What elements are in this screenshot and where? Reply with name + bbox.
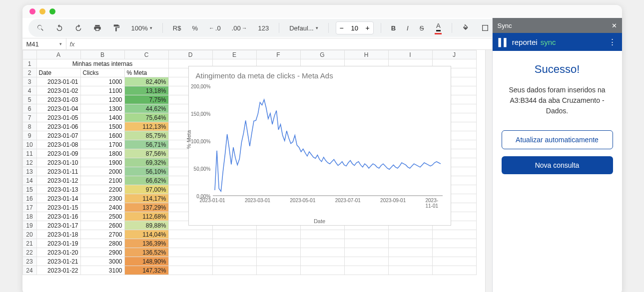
minimize-window-icon[interactable] (39, 8, 45, 14)
cell[interactable]: 2023-01-19 (36, 239, 80, 248)
col-header[interactable]: F (256, 50, 300, 59)
cell[interactable]: 2023-01-14 (36, 194, 80, 203)
cell[interactable]: 2400 (80, 203, 124, 212)
cell[interactable] (256, 266, 300, 275)
borders-button[interactable] (478, 22, 492, 34)
cell[interactable]: 56,10% (124, 167, 168, 176)
col-header[interactable]: B (80, 50, 124, 59)
cell[interactable]: 75,64% (124, 113, 168, 122)
row-header[interactable]: 8 (22, 122, 36, 131)
cell[interactable]: 2023-01-21 (36, 257, 80, 266)
cell[interactable]: 114,04% (124, 230, 168, 239)
cell[interactable]: 2900 (80, 248, 124, 257)
cell[interactable] (432, 230, 476, 239)
col-header[interactable]: E (212, 50, 256, 59)
close-icon[interactable]: ✕ (612, 22, 617, 29)
cell[interactable]: 2300 (80, 194, 124, 203)
cell[interactable]: 2023-01-11 (36, 167, 80, 176)
row-header[interactable]: 24 (22, 266, 36, 275)
cell[interactable]: 2023-01-01 (36, 77, 80, 86)
cell[interactable]: 66,62% (124, 176, 168, 185)
row-header[interactable]: 5 (22, 95, 36, 104)
cell[interactable]: 7,75% (124, 95, 168, 104)
row-header[interactable]: 23 (22, 257, 36, 266)
row-header[interactable]: 2 (22, 68, 36, 77)
cell[interactable]: 1300 (80, 104, 124, 113)
cell[interactable]: 69,32% (124, 158, 168, 167)
cell[interactable] (432, 248, 476, 257)
name-box[interactable]: M41▾ (22, 38, 66, 49)
cell[interactable] (344, 230, 388, 239)
col-header[interactable]: H (344, 50, 388, 59)
increase-decimal-button[interactable]: .00→ (229, 22, 250, 34)
row-header[interactable]: 7 (22, 113, 36, 122)
cell[interactable]: 1200 (80, 95, 124, 104)
row-header[interactable]: 6 (22, 104, 36, 113)
cell[interactable]: Clicks (80, 68, 124, 77)
print-icon[interactable] (90, 22, 104, 34)
row-header[interactable]: 10 (22, 140, 36, 149)
search-icon[interactable] (33, 22, 47, 34)
fontsize-input[interactable] (347, 24, 362, 32)
zoom-dropdown[interactable]: 100% (128, 22, 155, 34)
cell[interactable]: 137,29% (124, 203, 168, 212)
cell[interactable]: 44,62% (124, 104, 168, 113)
col-header[interactable]: I (388, 50, 432, 59)
cell[interactable]: 2023-01-13 (36, 185, 80, 194)
cell[interactable]: 1500 (80, 122, 124, 131)
cell[interactable]: 2023-01-20 (36, 248, 80, 257)
cell[interactable]: 2023-01-04 (36, 104, 80, 113)
row-header[interactable]: 12 (22, 158, 36, 167)
col-header[interactable]: A (36, 50, 80, 59)
row-header[interactable]: 11 (22, 149, 36, 158)
cell[interactable]: 2200 (80, 185, 124, 194)
row-header[interactable]: 13 (22, 167, 36, 176)
cell[interactable]: 97,00% (124, 185, 168, 194)
cell[interactable] (344, 257, 388, 266)
cell[interactable] (388, 266, 432, 275)
format-123-button[interactable]: 123 (255, 22, 272, 34)
cell[interactable]: 2500 (80, 212, 124, 221)
formula-input[interactable] (78, 38, 492, 49)
cell[interactable]: 1600 (80, 131, 124, 140)
cell[interactable]: 1900 (80, 158, 124, 167)
row-header[interactable]: 19 (22, 221, 36, 230)
cell[interactable]: 136,39% (124, 239, 168, 248)
cell[interactable] (212, 266, 256, 275)
cell[interactable]: 136,52% (124, 248, 168, 257)
cell[interactable]: 2023-01-09 (36, 149, 80, 158)
cell[interactable]: 2023-01-07 (36, 131, 80, 140)
cell[interactable]: 85,75% (124, 131, 168, 140)
cell[interactable]: 1100 (80, 86, 124, 95)
redo-icon[interactable] (71, 22, 85, 34)
cell[interactable]: % Meta (124, 68, 168, 77)
cell[interactable] (168, 248, 212, 257)
cell[interactable]: 2023-01-08 (36, 140, 80, 149)
cell[interactable] (256, 230, 300, 239)
col-header[interactable]: D (168, 50, 212, 59)
currency-button[interactable]: R$ (170, 22, 184, 34)
cell[interactable] (256, 248, 300, 257)
close-window-icon[interactable] (29, 8, 35, 14)
cell[interactable]: 2023-01-16 (36, 212, 80, 221)
cell[interactable] (300, 239, 344, 248)
row-header[interactable]: 1 (22, 59, 36, 68)
new-query-button[interactable]: Nova consulta (502, 156, 613, 174)
cell[interactable] (388, 230, 432, 239)
cell[interactable]: 2023-01-05 (36, 113, 80, 122)
cell[interactable]: 56,71% (124, 140, 168, 149)
fill-color-button[interactable] (459, 22, 473, 34)
cell[interactable]: 148,90% (124, 257, 168, 266)
cell[interactable] (432, 266, 476, 275)
cell[interactable]: 1700 (80, 140, 124, 149)
cell[interactable]: 2800 (80, 239, 124, 248)
cell[interactable]: 2023-01-22 (36, 266, 80, 275)
kebab-menu-icon[interactable]: ⋮ (609, 37, 616, 46)
cell[interactable]: 2023-01-18 (36, 230, 80, 239)
cell[interactable]: 1400 (80, 113, 124, 122)
cell[interactable]: 3100 (80, 266, 124, 275)
row-header[interactable]: 14 (22, 176, 36, 185)
cell[interactable]: 2100 (80, 176, 124, 185)
text-color-button[interactable]: A (432, 20, 445, 36)
cell[interactable]: 114,17% (124, 194, 168, 203)
